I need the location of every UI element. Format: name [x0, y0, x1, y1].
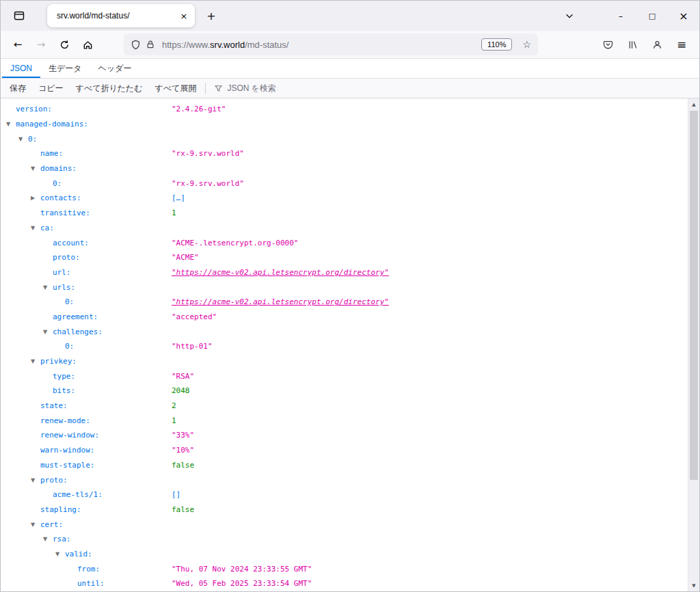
tracking-shield-icon[interactable] [131, 40, 141, 50]
json-row: from:"Thu, 07 Nov 2024 23:33:55 GMT" [1, 561, 688, 576]
json-row: ▼privkey: [1, 354, 688, 369]
json-row: ▼cert: [1, 517, 688, 532]
account-icon[interactable] [646, 34, 668, 55]
json-viewer-tabs: JSON 生データ ヘッダー [1, 59, 699, 79]
tab-json[interactable]: JSON [2, 59, 40, 78]
scroll-up-icon[interactable]: ▲ [688, 98, 699, 110]
url-prefix: https://www. [162, 40, 210, 50]
json-key-cell: warn-window: [1, 446, 172, 455]
json-value: "33%" [172, 431, 194, 440]
json-key: acme-tls/1: [53, 490, 103, 499]
expand-all-button[interactable]: すべて展開 [149, 79, 203, 98]
json-key-cell: 0: [1, 179, 172, 188]
json-key: urls: [53, 283, 75, 292]
twisty-down-icon[interactable]: ▼ [18, 136, 28, 142]
json-row: url:"https://acme-v02.api.letsencrypt.or… [1, 265, 688, 280]
filter-box [208, 83, 377, 93]
zoom-indicator[interactable]: 110% [481, 38, 512, 51]
twisty-down-icon[interactable]: ▼ [43, 284, 53, 291]
firefox-view-icon[interactable] [9, 5, 29, 26]
json-row: ▼valid: [1, 547, 688, 562]
back-button[interactable]: ← [6, 34, 29, 55]
json-key: domains: [40, 164, 77, 173]
twisty-down-icon[interactable]: ▼ [43, 329, 53, 335]
json-key-cell: must-staple: [1, 461, 172, 470]
minimize-button[interactable]: – [605, 1, 636, 31]
reload-icon[interactable] [53, 34, 76, 55]
url-text[interactable]: https://www.srv.world/md-status/ [162, 40, 476, 50]
tab-headers[interactable]: ヘッダー [90, 59, 140, 78]
content-area: version:"2.4.26-git"▼managed-domains:▼0:… [1, 98, 699, 591]
json-key-cell: renew-window: [1, 431, 172, 440]
bookmark-star-icon[interactable]: ☆ [522, 39, 531, 50]
scrollbar-thumb[interactable] [690, 111, 698, 480]
json-value: "Thu, 07 Nov 2024 23:33:55 GMT" [172, 565, 312, 574]
twisty-down-icon[interactable]: ▼ [31, 477, 40, 483]
scroll-down-icon[interactable]: ▼ [688, 580, 699, 591]
json-key: name: [40, 149, 63, 158]
json-value: "RSA" [172, 372, 194, 381]
vertical-scrollbar[interactable]: ▲ ▼ [688, 98, 699, 591]
twisty-down-icon[interactable]: ▼ [43, 536, 53, 542]
menu-icon[interactable]: ≡ [671, 34, 692, 55]
twisty-down-icon[interactable]: ▼ [31, 225, 40, 231]
maximize-button[interactable]: □ [636, 1, 668, 31]
twisty-right-icon[interactable]: ▶ [31, 195, 40, 201]
filter-funnel-icon [214, 84, 223, 93]
collapse-all-button[interactable]: すべて折りたたむ [70, 79, 149, 98]
twisty-down-icon[interactable]: ▼ [31, 522, 40, 528]
filter-json-input[interactable] [227, 83, 377, 93]
json-value: "rx-9.srv.world" [172, 179, 244, 188]
new-tab-button[interactable]: + [200, 5, 222, 27]
json-value: 1 [172, 416, 176, 425]
twisty-down-icon[interactable]: ▼ [31, 165, 40, 172]
save-button[interactable]: 保存 [3, 79, 32, 98]
pocket-icon[interactable] [597, 34, 619, 55]
json-value-link[interactable]: "https://acme-v02.api.letsencrypt.org/di… [172, 297, 389, 306]
json-row: state:2 [1, 399, 688, 414]
window-controls: – □ × [605, 1, 699, 31]
tab-raw-data[interactable]: 生データ [40, 59, 90, 78]
json-row: ▼0: [1, 131, 688, 146]
json-value-link[interactable]: "https://acme-v02.api.letsencrypt.org/di… [172, 268, 389, 277]
json-key-cell: until: [1, 579, 172, 588]
json-key: 0: [65, 342, 74, 351]
list-all-tabs-icon[interactable] [558, 5, 580, 27]
tab-close-icon[interactable]: × [177, 9, 191, 23]
forward-button[interactable]: → [29, 34, 53, 55]
json-row: transitive:1 [1, 206, 688, 221]
lock-icon[interactable] [146, 40, 155, 49]
json-key: type: [53, 372, 75, 381]
json-row: ▼urls: [1, 280, 688, 295]
library-icon[interactable] [621, 34, 643, 55]
json-key: 0: [53, 179, 62, 188]
browser-tab[interactable]: srv.world/md-status/ × [47, 4, 195, 27]
json-key: proto: [40, 476, 68, 485]
json-row: warn-window:"10%" [1, 443, 688, 458]
json-tree: version:"2.4.26-git"▼managed-domains:▼0:… [1, 98, 688, 591]
json-value: false [172, 505, 194, 514]
json-value: "Wed, 05 Feb 2025 23:33:54 GMT" [172, 579, 312, 588]
copy-button[interactable]: コピー [32, 79, 70, 98]
json-value: "10%" [172, 446, 194, 455]
json-key: managed-domains: [16, 120, 88, 129]
json-key: privkey: [40, 357, 77, 366]
navbar-right-icons: ≡ [597, 34, 694, 55]
close-window-button[interactable]: × [668, 1, 699, 31]
json-value: "ACME" [172, 253, 199, 262]
json-key: rsa: [53, 535, 71, 543]
json-key: valid: [65, 550, 92, 559]
json-row: ▼challenges: [1, 324, 688, 339]
home-icon[interactable] [76, 34, 99, 55]
json-key: url: [53, 268, 71, 277]
tab-title: srv.world/md-status/ [57, 11, 177, 21]
json-key: transitive: [40, 208, 90, 217]
url-bar[interactable]: https://www.srv.world/md-status/ 110% ☆ [124, 33, 538, 55]
twisty-down-icon[interactable]: ▼ [6, 121, 16, 127]
json-key-cell: ▼cert: [1, 520, 172, 529]
twisty-down-icon[interactable]: ▼ [31, 358, 40, 364]
json-row: stapling:false [1, 502, 688, 517]
json-key: account: [53, 239, 89, 247]
json-row: must-staple:false [1, 458, 688, 473]
twisty-down-icon[interactable]: ▼ [55, 551, 65, 557]
